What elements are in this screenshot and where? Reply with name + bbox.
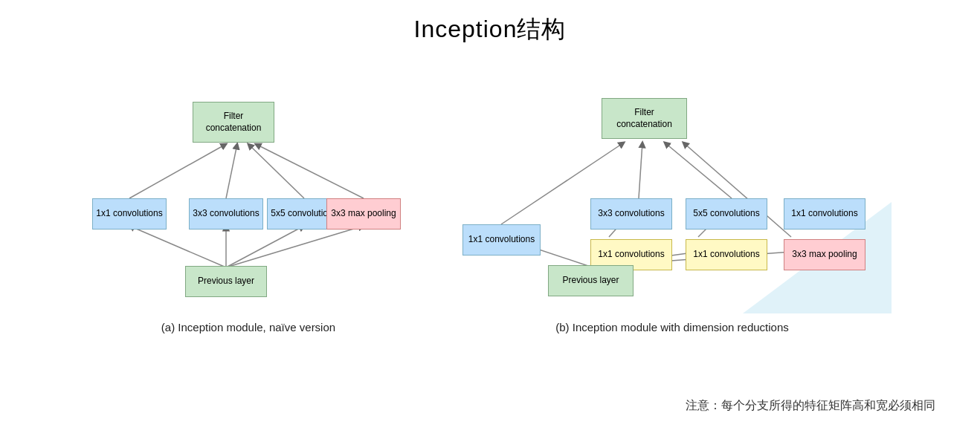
- box-1x1-red2-b: 1x1 convolutions: [686, 239, 767, 270]
- note: 注意：每个分支所得的特征矩阵高和宽必须相同: [686, 398, 935, 414]
- svg-line-1: [129, 226, 226, 267]
- svg-line-7: [248, 144, 304, 198]
- box-maxpool-b: 3x3 max pooling: [784, 239, 865, 270]
- diagram-b: Filterconcatenation 1x1 convolutions 3x3…: [453, 61, 892, 333]
- svg-line-8: [256, 144, 364, 198]
- box-filter-concat-a: Filterconcatenation: [193, 102, 274, 143]
- svg-line-6: [226, 144, 237, 198]
- box-1x1-a: 1x1 convolutions: [92, 198, 167, 230]
- caption-a: (a) Inception module, naïve version: [161, 321, 335, 333]
- box-3x3-a: 3x3 convolutions: [189, 198, 263, 230]
- caption-b: (b) Inception module with dimension redu…: [555, 321, 789, 333]
- box-1x1-direct-b: 1x1 convolutions: [462, 224, 541, 256]
- svg-line-5: [129, 144, 226, 198]
- box-filter-concat-b: Filterconcatenation: [602, 98, 687, 139]
- svg-line-4: [226, 226, 364, 267]
- box-5x5-b: 5x5 convolutions: [686, 198, 767, 230]
- diagram-a: Filterconcatenation 1x1 convolutions 3x3…: [88, 61, 408, 333]
- box-maxpool-a: 3x3 max pooling: [326, 198, 401, 230]
- box-prevlayer-b: Previous layer: [548, 265, 634, 296]
- svg-line-19: [639, 143, 642, 198]
- page-title: Inception结构: [0, 0, 980, 53]
- box-3x3-b: 3x3 convolutions: [590, 198, 672, 230]
- diagrams-container: Filterconcatenation 1x1 convolutions 3x3…: [0, 61, 980, 333]
- box-prevlayer-a: Previous layer: [185, 266, 267, 297]
- svg-line-20: [665, 143, 732, 198]
- svg-line-3: [226, 226, 304, 267]
- box-1x1-after-pool-b: 1x1 convolutions: [784, 198, 865, 230]
